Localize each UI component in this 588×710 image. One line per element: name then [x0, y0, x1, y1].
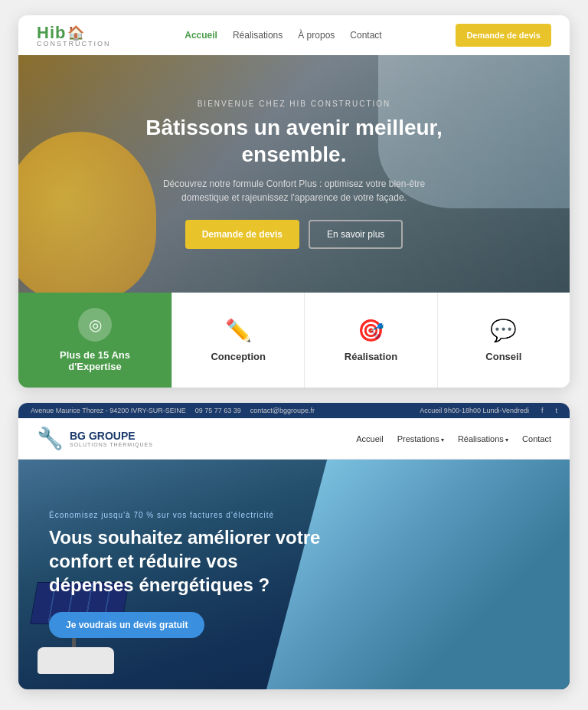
feature-card-realisation: 🎯 Réalisation [304, 293, 436, 388]
bg-logo: 🔧 BG GROUPE SOLUTIONS THERMIQUES [37, 426, 153, 451]
topbar-hours: Accueil 9h00-18h00 Lundi-Vendredi [420, 407, 529, 414]
bg-hero: Économisez jusqu'à 70 % sur vos factures… [18, 460, 570, 689]
bg-hero-title: Vous souhaitez améliorer votre confort e… [49, 525, 325, 597]
nav-link-contact[interactable]: Contact [350, 30, 381, 41]
hero-bg-shapes [18, 55, 570, 293]
expertise-icon: ◎ [78, 308, 112, 342]
hib-hero: BIENVENUE CHEZ HIB CONSTRUCTION Bâtisson… [18, 55, 570, 293]
conception-label: Conception [211, 351, 266, 362]
bg-hero-cta[interactable]: Je voudrais un devis gratuit [49, 612, 204, 638]
bg-topbar: Avenue Maurice Thorez - 94200 IVRY-SUR-S… [18, 403, 570, 418]
topbar-email: contact@bggroupe.fr [250, 407, 315, 414]
twitter-icon: t [555, 407, 557, 414]
conseil-label: Conseil [485, 351, 521, 362]
nav-link-realisations[interactable]: Réalisations [233, 30, 283, 41]
bg-nav-accueil[interactable]: Accueil [356, 434, 383, 443]
bg-nav-realisations[interactable]: Réalisations [458, 434, 508, 443]
nav-cta-button[interactable]: Demande de devis [456, 24, 551, 47]
hib-logo: Hib 🏠 construction [37, 23, 111, 47]
feature-card-conception: ✏️ Conception [172, 293, 304, 388]
hib-navbar: Hib 🏠 construction Accueil Réalisations … [18, 15, 570, 55]
facebook-icon: f [541, 407, 544, 414]
topbar-right: Accueil 9h00-18h00 Lundi-Vendredi f t [420, 407, 557, 414]
topbar-left: Avenue Maurice Thorez - 94200 IVRY-SUR-S… [31, 407, 315, 414]
hib-website-card: Hib 🏠 construction Accueil Réalisations … [18, 15, 570, 388]
expertise-highlight: ◎ Plus de 15 Ans d'Expertise [18, 293, 172, 388]
nav-link-apropos[interactable]: À propos [298, 30, 335, 41]
bg-logo-icon: 🔧 [37, 426, 64, 451]
car-shape [38, 647, 114, 674]
feature-cards: ✏️ Conception 🎯 Réalisation 💬 Conseil [172, 293, 570, 388]
hib-nav-links: Accueil Réalisations À propos Contact [185, 30, 381, 41]
conception-icon: ✏️ [225, 318, 252, 343]
hero-cta-devis[interactable]: Demande de devis [185, 220, 299, 249]
bg-hero-pre: Économisez jusqu'à 70 % sur vos factures… [49, 511, 274, 519]
logo-sub: construction [37, 40, 111, 47]
bg-website-card: Avenue Maurice Thorez - 94200 IVRY-SUR-S… [18, 403, 570, 689]
bg-nav-prestations[interactable]: Prestations [397, 434, 444, 443]
realisation-label: Réalisation [345, 351, 397, 362]
user-medal-icon: ◎ [89, 316, 102, 334]
features-row: ◎ Plus de 15 Ans d'Expertise ✏️ Concepti… [18, 293, 570, 388]
logo-house-icon: 🏠 [67, 25, 84, 41]
expertise-text: Plus de 15 Ans d'Expertise [34, 349, 156, 372]
nav-link-accueil[interactable]: Accueil [185, 30, 217, 41]
bg-nav-links: Accueil Prestations Réalisations Contact [356, 434, 551, 443]
hero-pre-title: BIENVENUE CHEZ HIB CONSTRUCTION [198, 100, 391, 108]
hero-cta-savoir[interactable]: En savoir plus [309, 220, 403, 249]
feature-card-conseil: 💬 Conseil [437, 293, 570, 388]
conseil-icon: 💬 [490, 318, 517, 343]
bg-logo-sub: SOLUTIONS THERMIQUES [70, 442, 153, 447]
topbar-address: Avenue Maurice Thorez - 94200 IVRY-SUR-S… [31, 407, 186, 414]
realisation-icon: 🎯 [358, 318, 384, 343]
bg-logo-text: BG GROUPE [70, 430, 153, 442]
hero-subtitle: Découvrez notre formule Confort Plus : o… [141, 177, 447, 204]
hero-buttons: Demande de devis En savoir plus [185, 220, 403, 249]
topbar-phone: 09 75 77 63 39 [195, 407, 241, 414]
bg-navbar: 🔧 BG GROUPE SOLUTIONS THERMIQUES Accueil… [18, 418, 570, 460]
hero-title: Bâtissons un avenir meilleur, ensemble. [110, 114, 478, 168]
bg-nav-contact[interactable]: Contact [522, 434, 551, 443]
